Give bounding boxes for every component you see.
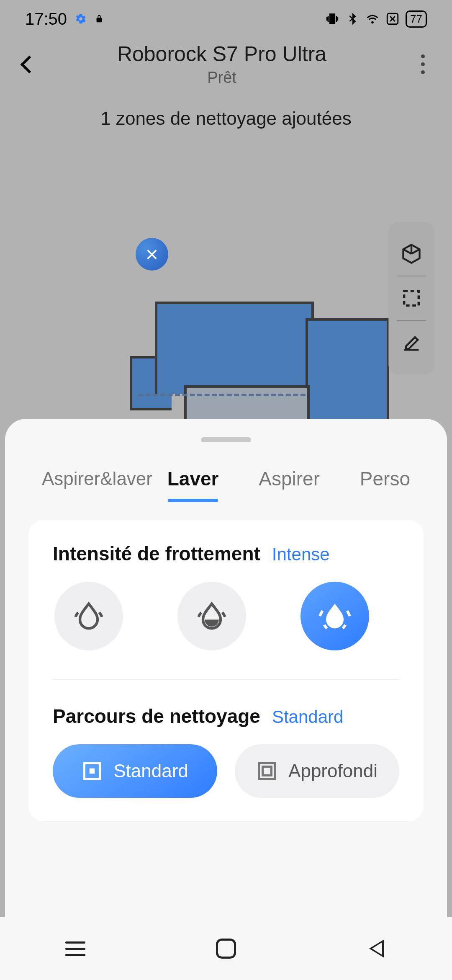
- intensity-current-value: Intense: [272, 544, 330, 565]
- intensity-low-button[interactable]: [54, 582, 123, 650]
- route-options: Standard Approfondi: [53, 744, 399, 798]
- battery-indicator: 77: [406, 10, 427, 28]
- edit-map-button[interactable]: [388, 321, 434, 364]
- water-drop-medium-icon: [194, 598, 229, 634]
- map-tools-toolbar: [388, 222, 434, 374]
- wifi-icon: [365, 12, 380, 26]
- intensity-options: [53, 582, 399, 650]
- device-status: Prêt: [33, 69, 410, 87]
- vibrate-icon: [325, 12, 339, 26]
- screen: 17:50 77 Roborock S7 Pro Ultra Prêt: [0, 0, 452, 980]
- route-header: Parcours de nettoyage Standard: [53, 705, 399, 727]
- tab-vacuum[interactable]: Aspirer: [255, 463, 323, 495]
- standard-route-icon: [82, 761, 103, 781]
- divider: [53, 679, 399, 680]
- data-off-icon: [385, 12, 400, 26]
- intensity-intense-button[interactable]: [300, 582, 369, 650]
- tab-vacuum-mop[interactable]: Aspirer&laver: [39, 464, 131, 494]
- 3d-view-button[interactable]: [388, 232, 434, 276]
- dot-icon: [421, 70, 425, 74]
- zone-boundary: [138, 394, 306, 396]
- nav-back-button[interactable]: [356, 936, 398, 961]
- settings-notification-icon: [74, 13, 87, 25]
- status-left: 17:50: [25, 10, 104, 28]
- zones-added-message: 1 zones de nettoyage ajoutées: [0, 108, 452, 129]
- tab-custom[interactable]: Perso: [357, 463, 413, 495]
- route-standard-label: Standard: [113, 761, 188, 781]
- menu-icon: [65, 941, 85, 956]
- tab-mop[interactable]: Laver: [164, 463, 222, 495]
- settings-card: Intensité de frottement Intense Parcours…: [28, 520, 424, 821]
- back-triangle-icon: [369, 939, 384, 958]
- close-zone-button[interactable]: ×: [136, 238, 168, 271]
- intensity-header: Intensité de frottement Intense: [53, 542, 399, 565]
- selection-icon: [401, 287, 422, 309]
- close-icon: ×: [146, 242, 158, 267]
- svg-rect-2: [90, 768, 95, 774]
- system-nav-bar: [0, 917, 452, 980]
- edit-icon: [401, 332, 422, 353]
- app-header: Roborock S7 Pro Ultra Prêt: [0, 42, 452, 87]
- nav-home-button[interactable]: [205, 936, 247, 961]
- room-shape: [155, 302, 314, 394]
- svg-rect-4: [263, 766, 272, 775]
- status-right: 77: [325, 10, 427, 28]
- dot-icon: [421, 62, 425, 66]
- settings-bottom-sheet: Aspirer&laver Laver Aspirer Perso Intens…: [5, 419, 447, 980]
- route-deep-label: Approfondi: [288, 761, 378, 781]
- dot-icon: [421, 54, 425, 58]
- intensity-title: Intensité de frottement: [53, 542, 260, 565]
- intensity-medium-button[interactable]: [177, 582, 246, 650]
- route-standard-button[interactable]: Standard: [53, 744, 217, 798]
- lock-icon: [95, 13, 104, 25]
- zone-select-button[interactable]: [388, 276, 434, 320]
- svg-rect-3: [259, 763, 275, 779]
- sheet-drag-handle[interactable]: [201, 437, 251, 442]
- more-options-button[interactable]: [410, 52, 435, 77]
- water-drop-low-icon: [71, 598, 106, 634]
- cube-icon: [401, 243, 422, 265]
- nav-recent-button[interactable]: [54, 936, 96, 961]
- water-drop-intense-icon: [317, 598, 352, 634]
- mode-tabs: Aspirer&laver Laver Aspirer Perso: [5, 463, 447, 507]
- bluetooth-icon: [345, 12, 360, 26]
- battery-level: 77: [406, 10, 427, 28]
- route-title: Parcours de nettoyage: [53, 705, 260, 727]
- route-deep-button[interactable]: Approfondi: [235, 744, 399, 798]
- header-title-area: Roborock S7 Pro Ultra Prêt: [33, 42, 410, 87]
- status-bar: 17:50 77: [0, 0, 452, 38]
- deep-route-icon: [257, 761, 277, 781]
- status-time: 17:50: [25, 10, 67, 28]
- home-icon: [216, 939, 236, 959]
- device-title: Roborock S7 Pro Ultra: [33, 42, 410, 66]
- route-current-value: Standard: [272, 707, 343, 727]
